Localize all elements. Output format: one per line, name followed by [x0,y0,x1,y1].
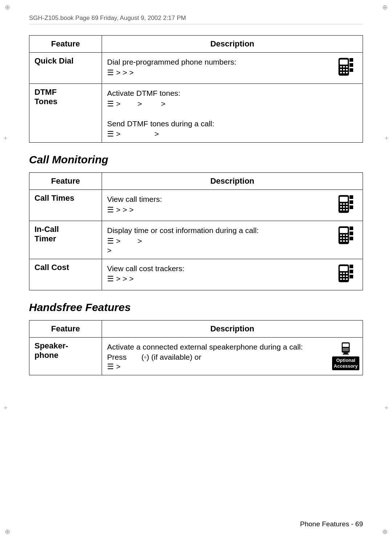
desc-row-calltimes: View call timers: ☰ > > > [107,193,358,217]
svg-rect-31 [343,234,345,236]
svg-rect-22 [340,209,342,211]
svg-rect-37 [343,240,345,242]
svg-rect-36 [340,240,342,242]
svg-rect-45 [343,273,345,274]
svg-rect-34 [343,237,345,239]
page-footer: Phone Features - 69 [300,520,363,528]
desc-text-dtmf-2: Send DTMF tones during a call: [107,119,214,128]
svg-rect-33 [340,237,342,239]
corner-mark-br: ⊕ [381,528,388,535]
svg-rect-46 [346,273,348,274]
svg-rect-19 [340,206,342,208]
desc-row-quickdial: Dial pre-programmed phone numbers: ☰ > >… [107,56,358,80]
feature-name-incalltimer: In-CallTimer [34,225,59,243]
svg-rect-20 [343,206,345,208]
svg-rect-41 [350,237,353,240]
menu-line-dtmf-1: ☰ > > > [107,99,166,108]
th-description-3: Description [102,320,363,337]
desc-row-incalltimer: Display time or cost information during … [107,225,358,255]
phone-icon-callcost [334,263,358,286]
menu-line-incalltimer-1: ☰ > > [107,237,142,245]
svg-rect-40 [350,232,353,235]
svg-rect-25 [350,195,353,199]
svg-rect-57 [343,343,349,347]
svg-rect-35 [346,237,348,239]
svg-rect-18 [346,203,348,205]
menu-line-dtmf-2: ☰ > > [107,130,159,138]
menu-line-calltimes: ☰ > > > [107,205,134,214]
side-mark-right-top: + [384,135,388,142]
svg-rect-23 [343,209,345,211]
phone-icon-quickdial [334,56,358,80]
th-description-2: Description [102,173,363,190]
svg-rect-15 [340,197,348,202]
feature-cell-calltimes: Call Times [29,190,102,221]
svg-rect-21 [346,206,348,208]
svg-rect-27 [350,205,353,209]
menu-line-callcost: ☰ > > > [107,274,134,283]
speakerphone-icon: OptionalAccessory [334,341,358,370]
feature-name-dtmf: DTMFTones [34,87,57,106]
svg-rect-44 [340,273,342,274]
side-mark-left-bot: + [4,404,8,412]
feature-name-calltimes: Call Times [34,193,74,203]
svg-rect-16 [340,203,342,205]
svg-rect-53 [350,265,353,268]
svg-rect-52 [346,278,348,280]
desc-cell-callcost: View call cost trackers: ☰ > > > [102,259,363,290]
corner-mark-tr: ⊕ [381,4,388,11]
svg-rect-32 [346,234,348,236]
svg-rect-24 [346,209,348,211]
svg-rect-9 [343,72,345,73]
svg-rect-51 [343,278,345,280]
svg-rect-8 [340,72,342,73]
desc-content-quickdial: Dial pre-programmed phone numbers: ☰ > >… [107,56,334,77]
feature-cell-dtmf: DTMFTones [29,84,102,143]
svg-rect-4 [346,66,348,68]
desc-content-dtmf: Activate DTMF tones: ☰ > > > Send DTMF t… [107,87,358,139]
table-row: Call Cost View call cost trackers: ☰ > >… [29,259,363,290]
table-row: DTMFTones Activate DTMF tones: ☰ > > > S… [29,84,363,143]
menu-line-speakerphone-2: ☰ > [107,362,121,371]
desc-content-incalltimer: Display time or cost information during … [107,225,334,255]
desc-cell-speakerphone: Activate a connected external speakerpho… [102,337,363,375]
th-feature-1: Feature [29,36,102,53]
desc-text-calltimes: View call timers: [107,195,162,203]
corner-mark-tl: ⊕ [4,4,11,11]
svg-rect-6 [343,69,345,70]
footer-text: Phone Features - 69 [300,520,363,528]
desc-content-calltimes: View call timers: ☰ > > > [107,193,334,215]
svg-rect-50 [340,278,342,280]
svg-rect-49 [346,275,348,277]
table-row: Call Times View call timers: ☰ > > > [29,190,363,221]
phone-icon-incalltimer [334,225,358,248]
svg-rect-62 [343,354,349,355]
page-header: SGH-Z105.book Page 69 Friday, August 9, … [29,15,363,24]
th-description-1: Description [102,36,363,53]
table-row: Speaker-phone Activate a connected exter… [29,337,363,375]
svg-rect-12 [350,63,353,67]
svg-rect-43 [340,266,348,271]
feature-cell-speakerphone: Speaker-phone [29,337,102,375]
table-features-3: Feature Description Speaker-phone Activa… [29,320,363,376]
desc-cell-calltimes: View call timers: ☰ > > > [102,190,363,221]
phone-icon-calltimes [334,193,358,217]
header-text: SGH-Z105.book Page 69 Friday, August 9, … [29,15,186,21]
section-heading-callmonitoring: Call Monitoring [29,154,363,166]
section-heading-text-1: Call Monitoring [29,154,108,166]
desc-text-quickdial: Dial pre-programmed phone numbers: [107,58,236,66]
table-row: Quick Dial Dial pre-programmed phone num… [29,53,363,84]
feature-name-callcost: Call Cost [34,263,69,272]
feature-cell-incalltimer: In-CallTimer [29,221,102,259]
svg-rect-48 [343,275,345,277]
menu-line-incalltimer-2: > [107,246,111,254]
menu-line-quickdial: ☰ > > > [107,68,134,77]
feature-name-speakerphone: Speaker-phone [34,341,68,360]
table-row: In-CallTimer Display time or cost inform… [29,221,363,259]
svg-rect-17 [343,203,345,205]
svg-rect-7 [346,69,348,70]
svg-rect-29 [340,228,348,233]
desc-content-speakerphone: Activate a connected external speakerpho… [107,341,331,372]
optional-text: OptionalAccessory [334,358,358,369]
desc-row-callcost: View call cost trackers: ☰ > > > [107,263,358,286]
